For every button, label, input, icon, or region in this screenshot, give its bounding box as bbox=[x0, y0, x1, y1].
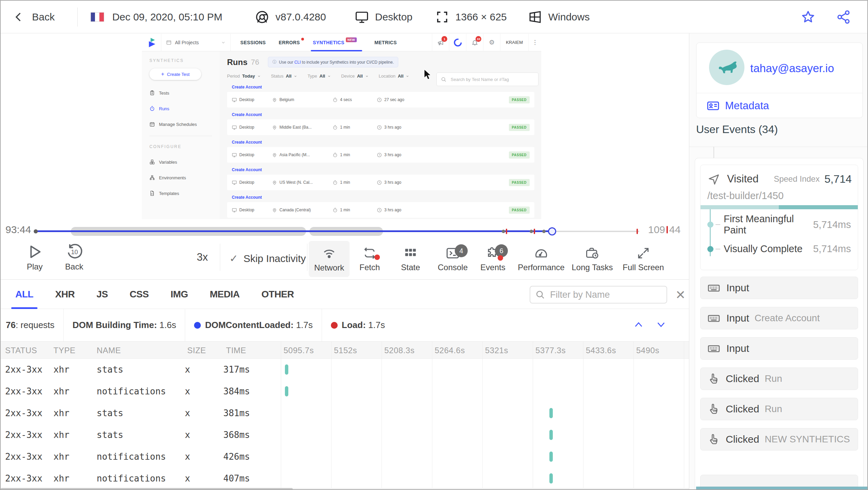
svg-text:10: 10 bbox=[71, 249, 78, 256]
share-icon[interactable] bbox=[836, 10, 851, 24]
panel-network[interactable]: Network bbox=[309, 241, 350, 277]
speed-index-label: Speed Index bbox=[774, 174, 820, 184]
loading-spinner-icon bbox=[449, 34, 466, 51]
tab-css[interactable]: CSS bbox=[130, 280, 149, 309]
play-button[interactable]: Play bbox=[18, 243, 51, 272]
kebab-menu-button[interactable]: ⋮ bbox=[528, 34, 541, 51]
runs-count: 76 bbox=[251, 58, 259, 67]
load-dot bbox=[331, 322, 338, 329]
error-marker[interactable] bbox=[534, 229, 535, 234]
tab-media[interactable]: MEDIA bbox=[210, 280, 240, 309]
run-row[interactable]: Desktop Asia Pacific (M... 1 min 3 hrs a… bbox=[227, 147, 534, 163]
run-title-link[interactable]: Create Account bbox=[227, 112, 534, 117]
filter-device[interactable]: DeviceAll bbox=[341, 74, 368, 79]
event-input[interactable]: Input bbox=[700, 337, 858, 360]
tab-errors[interactable]: ERRORS bbox=[279, 34, 300, 51]
filter-status[interactable]: StatusAll bbox=[271, 74, 297, 79]
panel-full-screen[interactable]: Full Screen bbox=[614, 241, 673, 277]
panel-fetch[interactable]: Fetch bbox=[350, 241, 390, 277]
col-status: STATUS bbox=[5, 346, 37, 355]
jump-down-icon[interactable] bbox=[656, 319, 666, 330]
back-button[interactable]: Back bbox=[13, 11, 55, 23]
sidebar-item-templates[interactable]: Templates bbox=[149, 191, 220, 196]
sidebar-item-manage-schedules[interactable]: Manage Schedules bbox=[149, 121, 220, 127]
tab-all[interactable]: ALL bbox=[15, 280, 33, 309]
back-10s-button[interactable]: 10 Back bbox=[58, 243, 91, 272]
tab-js[interactable]: JS bbox=[97, 280, 108, 309]
event-clicked[interactable]: Clicked Run bbox=[700, 368, 858, 390]
jump-up-icon[interactable] bbox=[633, 319, 644, 330]
run-row[interactable]: Desktop Canada (Central) 1 min 3 hrs ago… bbox=[227, 202, 534, 218]
name-filter-input[interactable] bbox=[549, 289, 662, 300]
event-input[interactable]: Input bbox=[700, 277, 858, 299]
tab-other[interactable]: OTHER bbox=[261, 280, 294, 309]
panel-performance[interactable]: Performance bbox=[512, 241, 571, 277]
tab-sessions[interactable]: SESSIONS bbox=[240, 34, 266, 51]
skip-inactivity-toggle[interactable]: ✓ Skip Inactivity bbox=[229, 252, 306, 264]
run-row[interactable]: Desktop Middle East (Ba... 1 min 3 hrs a… bbox=[227, 119, 534, 135]
metadata-button[interactable]: Metadata bbox=[707, 99, 769, 112]
sidebar-item-runs[interactable]: Runs bbox=[149, 106, 220, 111]
favorite-star-icon[interactable] bbox=[801, 10, 816, 24]
clock-icon bbox=[377, 180, 382, 185]
panel-events[interactable]: 6 Events bbox=[474, 241, 512, 277]
scrollbar-thumb[interactable] bbox=[1, 488, 293, 490]
playhead[interactable] bbox=[548, 227, 556, 235]
run-title-link[interactable]: Create Account bbox=[227, 195, 534, 200]
error-marker[interactable] bbox=[506, 229, 507, 234]
run-title-link[interactable]: Create Account bbox=[227, 140, 534, 145]
event-clicked[interactable]: Clicked NEW SYNTHETICS bbox=[700, 428, 858, 451]
run-row[interactable]: Desktop US West (N. Cal... 1 min 3 hrs a… bbox=[227, 175, 534, 190]
run-title-link[interactable]: Create Account bbox=[227, 167, 534, 172]
sidebar-item-environments[interactable]: Environments bbox=[149, 175, 220, 180]
device-icon bbox=[232, 208, 237, 213]
panel-console[interactable]: 4 Console bbox=[431, 241, 474, 277]
location-pin-icon bbox=[272, 97, 277, 102]
announcements-button[interactable]: 1 bbox=[432, 34, 449, 51]
status-badge: PASSED bbox=[509, 151, 530, 159]
speed-toggle[interactable]: 3x bbox=[197, 251, 208, 263]
request-row[interactable]: 2xx-3xx xhr stats x 317ms bbox=[1, 359, 689, 380]
request-row[interactable]: 2xx-3xx xhr notifications x 407ms bbox=[1, 468, 689, 489]
timeline-start-dot bbox=[34, 229, 38, 233]
search-icon bbox=[441, 77, 447, 82]
settings-gear-button[interactable]: ⚙ bbox=[483, 34, 500, 51]
cli-link[interactable]: CLI bbox=[294, 60, 301, 65]
hand-pointer-icon bbox=[707, 403, 720, 415]
timeline[interactable]: 93:44 10944 bbox=[1, 219, 689, 238]
tab-xhr[interactable]: XHR bbox=[55, 280, 75, 309]
filter-location[interactable]: LocationAll bbox=[379, 74, 409, 79]
sidebar-item-variables[interactable]: Variables bbox=[149, 159, 220, 165]
panel-state[interactable]: State bbox=[390, 241, 431, 277]
event-input[interactable]: Input Create Account bbox=[700, 307, 858, 329]
tab-metrics[interactable]: METRICS bbox=[374, 34, 397, 51]
request-row[interactable]: 2xx-3xx xhr stats x 381ms bbox=[1, 402, 689, 424]
request-row[interactable]: 2xx-3xx xhr stats x 368ms bbox=[1, 424, 689, 446]
close-panel-icon[interactable]: ✕ bbox=[675, 288, 686, 302]
run-row[interactable]: Desktop Belgium 4 secs 27 sec ago PASSED bbox=[227, 92, 534, 108]
visited-event-card[interactable]: Visited Speed Index 5,714 /test-builder/… bbox=[700, 165, 858, 270]
time-tick: 5152s bbox=[334, 346, 357, 355]
project-selector[interactable]: All Projects bbox=[161, 34, 231, 51]
plus-icon: + bbox=[161, 71, 164, 77]
filter-type[interactable]: TypeAll bbox=[307, 74, 331, 79]
create-test-button[interactable]: + Create Test bbox=[149, 68, 201, 80]
duration-icon bbox=[333, 97, 338, 102]
test-search-input[interactable] bbox=[450, 77, 534, 82]
request-row[interactable]: 2xx-3xx xhr notifications x 384ms bbox=[1, 380, 689, 402]
user-email-link[interactable]: tahay@asayer.io bbox=[750, 62, 834, 75]
tab-synthetics[interactable]: SYNTHETICSNEW bbox=[313, 34, 357, 51]
panel-long-tasks[interactable]: Long Tasks bbox=[571, 241, 614, 277]
error-marker[interactable] bbox=[637, 229, 638, 234]
tab-img[interactable]: IMG bbox=[171, 280, 188, 309]
request-row[interactable]: 2xx-3xx xhr notifications x 426ms bbox=[1, 446, 689, 468]
sidebar-item-tests[interactable]: Tests bbox=[149, 90, 220, 96]
event-clicked[interactable]: Clicked Run bbox=[700, 398, 858, 420]
environments-icon bbox=[149, 175, 155, 180]
notifications-bell-button[interactable]: 33 bbox=[466, 34, 483, 51]
waterfall-bar bbox=[549, 452, 553, 462]
filter-period[interactable]: PeriodToday bbox=[227, 74, 261, 79]
status-badge: PASSED bbox=[509, 96, 530, 103]
user-menu[interactable]: KRAIEM bbox=[500, 34, 528, 51]
waterfall-bar bbox=[549, 473, 553, 484]
